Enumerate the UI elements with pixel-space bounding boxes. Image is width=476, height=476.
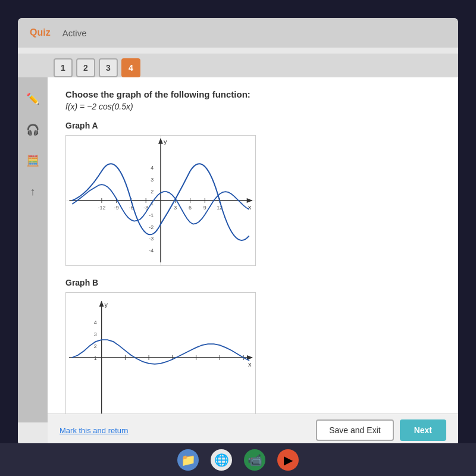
tab-2[interactable]: 2 [76,58,95,77]
svg-text:-12: -12 [98,205,105,211]
headphones-icon[interactable]: 🎧 [23,120,42,139]
svg-marker-34 [99,301,104,307]
svg-text:4: 4 [94,320,97,325]
pencil-icon[interactable]: ✏️ [23,89,42,108]
left-sidebar: ✏️ 🎧 🧮 ↑ [18,77,48,422]
taskbar-play-icon[interactable]: ▶ [277,449,299,471]
taskbar-folder-icon[interactable]: 📁 [177,449,199,471]
calculator-icon[interactable]: 🧮 [23,151,42,170]
svg-text:-4: -4 [149,248,154,253]
svg-text:-3: -3 [149,236,154,242]
svg-text:3: 3 [151,177,154,183]
main-content: Choose the graph of the following functi… [48,77,458,422]
svg-text:-2: -2 [149,224,154,230]
tab-1[interactable]: 1 [54,58,73,77]
graph-a-section: Graph A y x [65,121,440,266]
graph-b-section: Graph B y x 4 3 2 1 [65,278,440,422]
svg-text:2: 2 [94,343,97,349]
save-exit-button[interactable]: Save and Exit [316,419,393,441]
tab-4[interactable]: 4 [121,58,140,77]
taskbar-chrome-icon[interactable]: 🌐 [211,449,232,471]
graph-b-svg: y x 4 3 2 1 [66,293,255,422]
question-function: f(x) = −2 cos(0.5x) [65,102,440,111]
mark-return-link[interactable]: Mark this and return [60,426,129,435]
svg-text:y: y [164,138,167,145]
graph-b-label: Graph B [65,278,440,287]
svg-text:3: 3 [174,205,177,211]
svg-text:4: 4 [151,165,154,171]
svg-text:3: 3 [94,331,97,337]
next-button[interactable]: Next [400,419,446,441]
taskbar: 📁 🌐 📹 ▶ [0,443,476,476]
bottom-buttons: Save and Exit Next [316,419,446,441]
graph-a-svg: y x 4 3 2 1 -1 -2 -3 -4 -12 -9 -6 - [66,136,255,265]
svg-marker-4 [158,138,163,144]
graph-a-container[interactable]: y x 4 3 2 1 -1 -2 -3 -4 -12 -9 -6 - [65,135,256,266]
bottom-bar: Mark this and return Save and Exit Next [48,414,458,446]
quiz-label: Quiz [30,27,51,38]
svg-text:1: 1 [94,355,97,361]
tab-3[interactable]: 3 [99,58,118,77]
taskbar-meet-icon[interactable]: 📹 [244,449,265,471]
svg-text:2: 2 [151,189,154,195]
graph-a-label: Graph A [65,121,440,130]
active-label: Active [62,28,87,38]
graph-b-container[interactable]: y x 4 3 2 1 [65,292,256,422]
svg-text:y: y [105,301,108,308]
svg-text:-9: -9 [114,205,119,211]
svg-text:x: x [248,361,252,368]
arrow-up-icon[interactable]: ↑ [23,182,42,201]
svg-marker-5 [247,198,253,203]
svg-text:6: 6 [189,205,192,211]
svg-text:-1: -1 [149,212,154,218]
svg-text:9: 9 [203,205,206,211]
question-instruction: Choose the graph of the following functi… [65,89,440,99]
